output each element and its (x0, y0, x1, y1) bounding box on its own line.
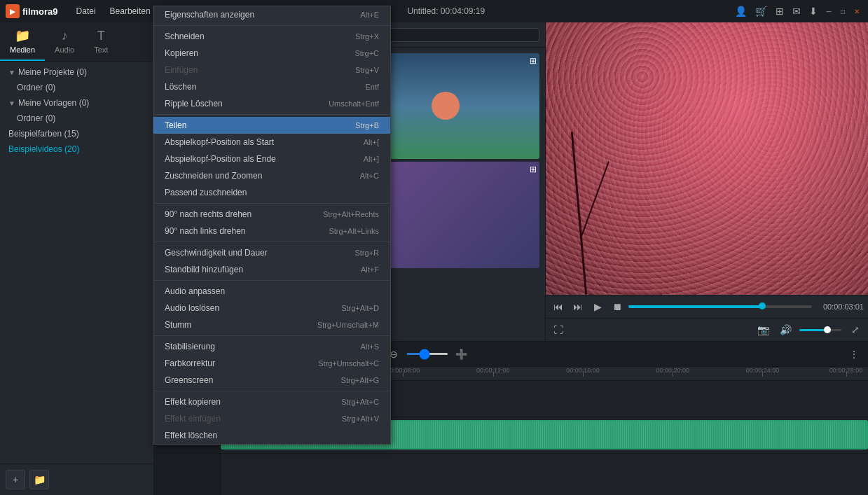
ctx-passend-zuschneiden[interactable]: Passend zuschneiden (153, 184, 390, 201)
ctx-drehen-links[interactable]: 90° nach links drehen Strg+Alt+Links (153, 223, 390, 239)
ctx-greenscreen[interactable]: Greenscreen Strg+Alt+G (153, 372, 390, 389)
ctx-eigenschaften[interactable]: Eigenschaften anzeigen Alt+E (153, 6, 390, 23)
ctx-geschwindigkeit[interactable]: Geschwindigkeit und Dauer Strg+R (153, 244, 390, 261)
context-menu-overlay[interactable]: Eigenschaften anzeigen Alt+E Schneiden S… (0, 0, 868, 495)
ctx-sep-4 (153, 242, 390, 242)
ctx-loeschen[interactable]: Löschen Entf (153, 78, 390, 95)
ctx-sep-7 (153, 391, 390, 391)
ctx-abspielkopf-start[interactable]: Abspielkopf-Position als Start Alt+[ (153, 134, 390, 151)
ctx-stumm[interactable]: Stumm Strg+Umschalt+M (153, 316, 390, 333)
ctx-einfuegen: Einfügen Strg+V (153, 62, 390, 78)
ctx-stabilisierung[interactable]: Stabilisierung Alt+S (153, 338, 390, 355)
ctx-audio-anpassen[interactable]: Audio anpassen (153, 283, 390, 300)
ctx-sep-6 (153, 335, 390, 336)
ctx-zuschneiden-zoomen[interactable]: Zuschneiden und Zoomen Alt+C (153, 167, 390, 184)
ctx-effekt-loeschen[interactable]: Effekt löschen (153, 427, 390, 444)
context-menu: Eigenschaften anzeigen Alt+E Schneiden S… (153, 6, 391, 445)
ctx-abspielkopf-ende[interactable]: Abspielkopf-Position als Ende Alt+] (153, 151, 390, 167)
ctx-schneiden[interactable]: Schneiden Strg+X (153, 28, 390, 45)
ctx-standbild[interactable]: Standbild hinzufügen Alt+F (153, 261, 390, 278)
ctx-kopieren[interactable]: Kopieren Strg+C (153, 45, 390, 62)
ctx-sep-3 (153, 203, 390, 204)
ctx-farbkorrektur[interactable]: Farbkorrektur Strg+Umschalt+C (153, 355, 390, 372)
ctx-ripple-loeschen[interactable]: Ripple Löschen Umschalt+Entf (153, 95, 390, 112)
ctx-sep-1 (153, 25, 390, 26)
ctx-teilen[interactable]: Teilen Strg+B (153, 117, 390, 134)
ctx-effekt-kopieren[interactable]: Effekt kopieren Strg+Alt+C (153, 393, 390, 410)
ctx-effekt-einfuegen: Effekt einfügen Strg+Alt+V (153, 410, 390, 427)
ctx-audio-loslosen[interactable]: Audio loslösen Strg+Alt+D (153, 300, 390, 316)
ctx-sep-2 (153, 114, 390, 115)
ctx-drehen-rechts[interactable]: 90° nach rechts drehen Strg+Alt+Rechts (153, 206, 390, 223)
ctx-sep-5 (153, 280, 390, 281)
